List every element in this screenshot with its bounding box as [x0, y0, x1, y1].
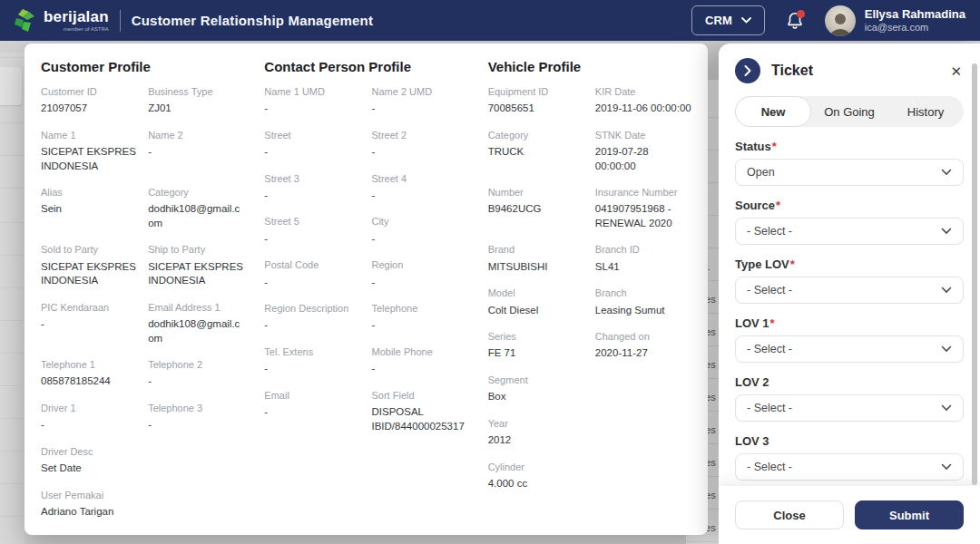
field-value: DISPOSAL IBID/844000025317 — [371, 405, 467, 433]
select-dropdown[interactable]: - Select - — [735, 335, 964, 363]
ticket-form-field: LOV 2* - Select - — [735, 375, 964, 422]
tab-history[interactable]: History — [887, 96, 964, 127]
profile-field: Branch Leasing Sumut — [595, 287, 691, 317]
field-label: Street 2 — [371, 129, 467, 141]
user-name: Ellysa Rahmadina — [865, 7, 965, 22]
avatar — [825, 5, 856, 36]
ticket-form-field: LOV 1* - Select - — [735, 316, 964, 363]
chevron-down-icon — [941, 228, 952, 235]
profile-field: KIR Date 2019-11-06 00:00:00 — [595, 85, 691, 116]
ticket-panel-title: Ticket — [771, 63, 813, 79]
field-value: - — [264, 405, 360, 420]
profile-field: Year 2012 — [488, 417, 584, 448]
profile-field: Changed on 2020-11-27 — [595, 330, 691, 361]
profile-field: Street 3 - — [264, 172, 360, 203]
field-value: Adriano Tarigan — [41, 505, 137, 520]
profile-field: Alias Sein — [41, 186, 137, 230]
brand-logo: berijalan member of ASTRA — [15, 9, 109, 33]
select-dropdown[interactable]: - Select - — [735, 453, 964, 481]
field-label: Changed on — [595, 330, 691, 343]
field-value: 4.000 cc — [488, 477, 584, 491]
field-value: B9462UCG — [488, 202, 584, 217]
profile-field: Insurance Number 041907951968 - RENEWAL … — [595, 186, 691, 230]
close-button[interactable]: Close — [735, 500, 844, 529]
chevron-down-icon — [741, 17, 751, 24]
field-label: PIC Kendaraan — [41, 301, 137, 314]
field-label: LOV 2* — [735, 375, 964, 389]
field-value: 70085651 — [488, 102, 584, 116]
ticket-form-field: LOV 3* - Select - — [735, 434, 964, 481]
close-icon[interactable]: ✕ — [948, 63, 964, 80]
tab-on-going[interactable]: On Going — [811, 96, 887, 127]
field-value: - — [148, 418, 244, 432]
field-value: Box — [488, 390, 584, 404]
field-value: 2020-11-27 — [595, 346, 691, 361]
field-value: - — [264, 362, 360, 376]
field-label: Insurance Number — [595, 186, 691, 199]
select-value: - Select - — [747, 461, 792, 473]
field-label: Street 4 — [371, 172, 467, 185]
field-label: Model — [488, 287, 584, 299]
module-switcher-button[interactable]: CRM — [691, 5, 765, 35]
profile-field: STNK Date 2019-07-28 00:00:00 — [595, 129, 691, 173]
required-asterisk: * — [770, 316, 775, 330]
field-label: Branch — [595, 287, 691, 299]
select-value: - Select - — [747, 225, 792, 238]
field-label: User Pemakai — [41, 489, 137, 501]
field-label: Street 3 — [264, 172, 360, 185]
field-label: Cylinder — [488, 461, 584, 473]
profile-field: User Pemakai Adriano Tarigan — [41, 489, 137, 520]
field-label: Brand — [488, 243, 584, 256]
field-value: - — [41, 418, 137, 432]
required-asterisk: * — [790, 257, 795, 271]
field-value: SICEPAT EKSPRES INDONESIA — [41, 260, 137, 288]
field-value: - — [371, 276, 467, 290]
user-menu[interactable]: Ellysa Rahmadina ica@sera.com — [825, 5, 965, 36]
profile-field: Name 2 UMD - — [371, 85, 467, 116]
profile-field: Name 2 - — [148, 129, 244, 173]
select-dropdown[interactable]: - Select - — [735, 277, 964, 304]
profile-field: Branch ID SL41 — [595, 243, 691, 274]
ticket-panel: Ticket ✕ New On Going History Status* Op… — [719, 44, 980, 544]
profile-field — [595, 374, 691, 404]
panel-scrollbar[interactable] — [972, 63, 977, 485]
collapse-panel-button[interactable] — [735, 58, 760, 83]
ticket-form-field: Source* - Select - — [735, 199, 964, 245]
profile-field: Telephone 1 085878185244 — [41, 358, 137, 389]
ticket-form-field: Type LOV* - Select - — [735, 257, 964, 304]
field-label: Customer ID — [41, 85, 137, 98]
select-value: - Select - — [747, 284, 792, 296]
field-label: Telephone 2 — [148, 358, 244, 371]
notification-bell-button[interactable] — [785, 11, 805, 31]
field-value: SICEPAT EKSPRES INDONESIA — [148, 260, 244, 288]
field-value: 2019-11-06 00:00:00 — [595, 102, 691, 116]
field-label: KIR Date — [595, 85, 691, 98]
profile-field: Name 1 UMD - — [264, 85, 360, 116]
field-label: Email Address 1 — [148, 301, 244, 314]
tab-new[interactable]: New — [735, 96, 811, 127]
select-dropdown[interactable]: - Select - — [735, 218, 964, 245]
field-label: Street 5 — [264, 215, 360, 228]
field-value: - — [264, 318, 360, 333]
chevron-down-icon — [941, 463, 952, 471]
profile-field: Model Colt Diesel — [488, 287, 584, 317]
select-dropdown[interactable]: Open — [735, 159, 964, 186]
field-label: Street — [264, 129, 360, 141]
field-value: - — [264, 189, 360, 203]
field-value: SL41 — [595, 260, 691, 275]
field-label: Status* — [735, 140, 964, 153]
submit-button[interactable]: Submit — [855, 500, 964, 529]
profile-field: Telephone 2 - — [148, 358, 244, 389]
module-switcher-label: CRM — [705, 14, 732, 27]
profile-field: Series FE 71 — [488, 330, 584, 361]
field-label: LOV 1* — [735, 316, 964, 330]
field-label: Driver 1 — [41, 402, 137, 414]
profile-field: Street 2 - — [371, 129, 467, 160]
select-dropdown[interactable]: - Select - — [735, 394, 964, 422]
field-label: LOV 3* — [735, 434, 964, 448]
field-value: SICEPAT EKSPRES INDONESIA — [41, 145, 137, 173]
user-email: ica@sera.com — [865, 22, 965, 34]
background-tab-fragment — [0, 67, 22, 105]
field-label: Branch ID — [595, 243, 691, 256]
field-value: dodhik108@gmail.com — [148, 202, 244, 230]
